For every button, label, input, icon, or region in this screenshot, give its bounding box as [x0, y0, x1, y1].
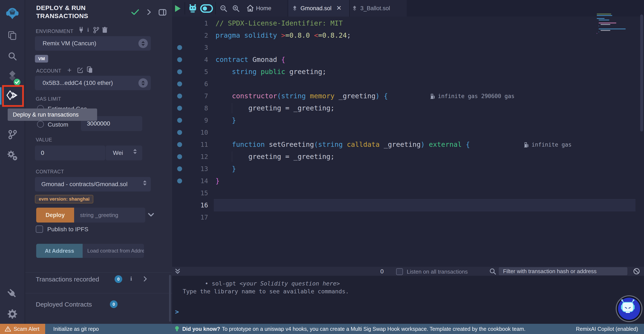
environment-select[interactable]: Remix VM (Cancun)	[35, 36, 151, 51]
value-unit-select[interactable]: Wei	[106, 145, 142, 160]
code-line: 1// SPDX-License-Identifier: MIT	[172, 17, 644, 29]
vm-badge: VM	[35, 55, 48, 62]
editor-scrollbar[interactable]	[640, 14, 643, 131]
run-script-icon[interactable]	[175, 5, 180, 12]
evm-version-badge: evm version: shanghai	[35, 195, 93, 203]
file-explorer-icon[interactable]	[0, 31, 25, 40]
minimap[interactable]	[597, 14, 636, 43]
environment-fork-icon[interactable]	[93, 27, 99, 34]
account-add-icon[interactable]: +	[67, 66, 72, 74]
select-arrows-icon	[138, 78, 148, 88]
gutter-dot-icon	[177, 94, 182, 98]
contract-label: CONTRACT	[36, 169, 64, 175]
tab-ballot[interactable]: 3_Ballot.sol	[349, 0, 407, 16]
tab-gmonad[interactable]: Gmonad.sol ✕	[288, 0, 350, 16]
publish-ipfs-checkbox[interactable]	[36, 226, 43, 233]
environment-info-icon[interactable]: i	[87, 27, 89, 33]
terminal-prompt[interactable]: >	[175, 308, 179, 316]
deploy-run-panel: DEPLOY & RUN TRANSACTIONS ENVIRONMENT i	[25, 0, 172, 324]
deploy-button[interactable]: Deploy	[36, 208, 74, 223]
terminal-line: Type the library name to see available c…	[183, 288, 349, 295]
code-line: 14}	[172, 175, 644, 187]
custom-gas-label: Custom	[48, 121, 68, 128]
gutter-dot-icon	[177, 130, 182, 135]
at-address-button[interactable]: At Address	[36, 244, 83, 258]
remix-logo-icon[interactable]	[0, 6, 25, 20]
transactions-info-icon[interactable]: i	[130, 275, 132, 282]
panel-collapse-chevron-icon[interactable]	[147, 9, 151, 16]
plugin-connector-icon[interactable]	[0, 289, 25, 299]
remix-ide-window: DEPLOY & RUN TRANSACTIONS ENVIRONMENT i	[0, 0, 644, 334]
close-tab-icon[interactable]: ✕	[336, 4, 342, 12]
account-copy-icon[interactable]	[87, 66, 93, 74]
code-line: 17	[172, 211, 644, 223]
gutter-dot-icon	[177, 69, 182, 74]
settings-gear-icon[interactable]	[0, 309, 25, 319]
git-init-button[interactable]: Initialize as git repo	[53, 326, 99, 332]
panel-pin-layout-icon[interactable]	[158, 9, 166, 16]
code-line: 15	[172, 187, 644, 199]
terminal[interactable]: • sol-gpt <your Solidity question here> …	[172, 276, 644, 324]
deploy-expand-chevron-icon[interactable]	[148, 213, 154, 218]
deployed-contracts-label[interactable]: Deployed Contracts	[36, 301, 92, 308]
code-line: 4contract Gmonad {	[172, 54, 644, 66]
code-line: 12 greeting = _greeting;	[172, 151, 644, 163]
value-input[interactable]: 0	[35, 145, 105, 160]
zoom-out-icon[interactable]	[220, 5, 228, 13]
account-select[interactable]: 0x5B3...eddC4 (100 ether)	[35, 76, 151, 90]
warning-icon	[5, 326, 11, 332]
search-icon[interactable]	[0, 51, 25, 61]
code-line: 2pragma solidity >=0.8.0 <=0.8.24;	[172, 29, 644, 41]
environment-delete-icon[interactable]	[102, 27, 108, 34]
listen-transactions-checkbox[interactable]	[396, 268, 403, 275]
code-line: 16	[172, 199, 644, 211]
select-arrows-icon	[133, 149, 137, 154]
transactions-expand-chevron-icon[interactable]	[144, 276, 147, 283]
gutter-dot-icon	[177, 45, 182, 50]
plugin-manager-icon[interactable]	[0, 150, 25, 161]
deployed-contracts-count-badge: 0	[110, 300, 118, 308]
environment-plug-icon[interactable]	[78, 27, 84, 34]
scam-alert-button[interactable]: Scam Alert	[0, 324, 45, 334]
deploy-param-input[interactable]: string _greeting	[74, 208, 145, 223]
account-edit-icon[interactable]	[77, 67, 84, 74]
annotation-highlight-box	[2, 85, 24, 107]
gas-estimate-annotation: infinite gas	[524, 141, 572, 148]
value-label: VALUE	[36, 137, 52, 143]
contract-select[interactable]: Gmonad - contracts/Gmonad.sol	[35, 177, 151, 191]
zoom-in-icon[interactable]	[232, 5, 240, 13]
filter-transactions-input[interactable]: Filter with transaction hash or address	[499, 267, 628, 275]
clear-terminal-icon[interactable]	[633, 268, 640, 276]
copilot-status[interactable]: RemixAI Copilot (enabled)	[576, 326, 638, 332]
gas-limit-label: GAS LIMIT	[36, 96, 61, 102]
tip-text: To prototype on a uniswap v4 hooks, you …	[222, 326, 526, 332]
ai-robot-icon[interactable]	[188, 4, 197, 14]
section-divider	[25, 272, 172, 273]
gas-estimate-annotation: infinite gas 290600 gas	[430, 93, 514, 99]
terminal-search-icon[interactable]	[490, 268, 496, 276]
custom-gas-radio[interactable]	[37, 121, 44, 128]
gutter-dot-icon	[177, 166, 182, 171]
copilot-toggle-icon[interactable]	[200, 4, 213, 14]
code-line: 8 greeting = _greeting;	[172, 102, 644, 114]
panel-scrollbar[interactable]	[169, 275, 171, 322]
remix-ai-assistant-button[interactable]	[617, 296, 642, 321]
section-divider	[25, 293, 172, 293]
terminal-toolbar: 0 Listen on all transactions Filter with…	[172, 267, 644, 276]
git-icon[interactable]	[0, 130, 25, 139]
tab-home[interactable]: Home	[256, 5, 271, 12]
code-editor[interactable]: 1// SPDX-License-Identifier: MIT2pragma …	[172, 17, 644, 223]
tab-label: 3_Ballot.sol	[360, 5, 390, 12]
code-line: 3	[172, 41, 644, 54]
gutter-dot-icon	[177, 154, 182, 159]
editor-tab-bar: Home Gmonad.sol ✕ 3_Ballot.sol	[172, 0, 644, 16]
select-arrows-icon	[138, 39, 148, 48]
solidity-compiler-icon[interactable]	[0, 70, 25, 81]
home-icon[interactable]	[246, 4, 254, 13]
transactions-recorded-label[interactable]: Transactions recorded	[36, 276, 99, 283]
terminal-expand-icon[interactable]	[175, 269, 180, 275]
transactions-count-badge: 0	[114, 275, 122, 283]
toolbar-divider	[185, 2, 185, 14]
at-address-input[interactable]: Load contract from Addre	[83, 244, 144, 258]
deploy-tooltip: Deploy & run transactions	[8, 108, 97, 121]
